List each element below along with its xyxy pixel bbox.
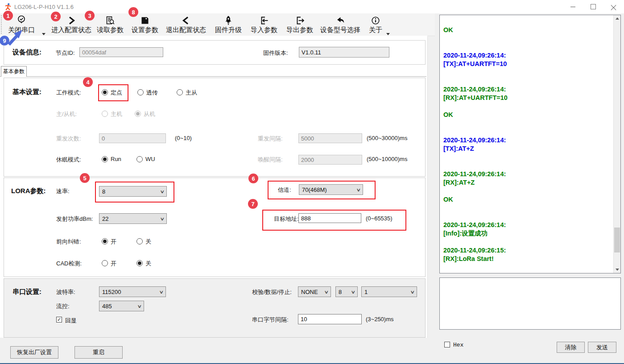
toolbar: 关闭串口 进入配置状态 读取参数 (0, 13, 435, 36)
target-addr-input[interactable] (298, 213, 361, 223)
log-scrollbar[interactable] (613, 15, 620, 273)
serial-settings-title: 串口设置: (12, 288, 41, 296)
app-window: LG206-L-P-H10 V1.1.6 关闭串口 进入配置状态 (0, 0, 624, 364)
device-info-title: 设备信息: (12, 48, 41, 57)
parity-value: NONE (301, 289, 318, 295)
toolbar-button-about[interactable]: 关于 (367, 14, 384, 35)
data-bits-dropdown[interactable]: 8 (335, 286, 358, 297)
stop-bits-dropdown[interactable]: 1 (361, 286, 417, 297)
toolbar-label: 退出配置状态 (163, 25, 209, 34)
toolbar-button-export-params[interactable]: 导出参数 (284, 14, 315, 35)
log-entry: OK (443, 26, 608, 34)
channel-value: 70(468M) (302, 186, 327, 193)
radio-work-mode-master-slave[interactable] (177, 89, 183, 95)
annotation-badge-6: 6 (248, 174, 258, 183)
radio-fec-off[interactable] (136, 238, 143, 244)
toolbar-button-set-params[interactable]: 设置参数 (129, 14, 161, 35)
flow-dropdown[interactable]: 485 (99, 301, 144, 311)
channel-dropdown[interactable]: 70(468M) (299, 184, 363, 195)
toolbar-label: 读取参数 (95, 25, 126, 34)
toolbar-button-device-model[interactable]: 设备型号选择 (318, 14, 363, 35)
fec-label: 前向纠错: (56, 238, 81, 246)
node-id-label: 节点ID: (56, 49, 75, 57)
export-arrow-icon (284, 14, 315, 25)
title-bar: LG206-L-P-H10 V1.1.6 (0, 0, 624, 13)
lora-params-title: LORA参数: (11, 187, 46, 195)
wake-interval-input (298, 155, 362, 165)
doc-magnifier-icon (95, 14, 126, 25)
factory-reset-button[interactable]: 恢复出厂设置 (10, 346, 58, 359)
about-dropdown-caret[interactable] (386, 33, 390, 35)
sleep-mode-label: 休眠模式: (56, 156, 81, 164)
node-id-input[interactable] (79, 47, 163, 57)
toolbar-label: 导入参数 (248, 25, 280, 34)
config-panel-scrollbar[interactable] (427, 37, 435, 338)
flow-value: 485 (102, 303, 112, 310)
port-dropdown-caret[interactable] (42, 33, 45, 35)
log-entry: 2020-11-24,09:26:14:[Info]:设置成功 (443, 221, 608, 238)
byte-interval-label: 串口字节间隔: (252, 316, 289, 324)
send-input[interactable] (439, 277, 621, 330)
toolbar-grip[interactable] (1, 15, 2, 34)
radio-cad-off[interactable] (136, 260, 143, 266)
log-area: OK2020-11-24,09:26:14:[TX]:AT+UARTFT=102… (443, 26, 608, 263)
resend-count-range: (0~10) (175, 135, 192, 141)
restart-button[interactable]: 重启 (74, 346, 123, 359)
hex-checkbox[interactable] (444, 342, 450, 347)
radio-work-mode-transparent[interactable] (137, 89, 144, 95)
radio-sleep-run-label: Run (111, 156, 121, 162)
radio-sleep-run[interactable] (102, 156, 108, 162)
toolbar-button-read-params[interactable]: 读取参数 (95, 14, 126, 35)
info-circle-icon (367, 14, 384, 25)
cad-label: CAD检测: (56, 260, 82, 268)
toolbar-button-import-params[interactable]: 导入参数 (248, 14, 280, 35)
minimize-button[interactable] (562, 0, 583, 13)
log-entry: OK (443, 195, 608, 204)
toolbar-label: 关于 (367, 25, 384, 34)
scroll-down-icon[interactable] (614, 266, 620, 273)
rate-value: 8 (102, 188, 105, 195)
tx-power-dropdown[interactable]: 22 (99, 213, 167, 224)
radio-work-mode-fixed[interactable] (102, 89, 108, 95)
radio-master (102, 111, 108, 117)
toolbar-button-exit-config[interactable]: 退出配置状态 (163, 14, 209, 35)
resend-count-input (99, 133, 166, 143)
firmware-input[interactable] (299, 47, 389, 58)
clear-button[interactable]: 清除 (557, 342, 585, 353)
maximize-button[interactable] (583, 0, 603, 13)
toolbar-label: 导出参数 (284, 25, 315, 34)
rate-dropdown[interactable]: 8 (99, 186, 167, 197)
work-mode-label: 工作模式: (56, 89, 81, 97)
resend-interval-range: (500~30000)ms (367, 135, 407, 141)
log-entry: 2020-11-24,09:26:14:[TX]:AT+UARTFT=10 (443, 51, 608, 68)
toolbar-button-firmware-upgrade[interactable]: 固件升级 (213, 14, 244, 35)
radio-work-mode-fixed-label: 定点 (111, 89, 122, 97)
log-scrollbar-thumb[interactable] (614, 228, 620, 252)
window-title: LG206-L-P-H10 V1.1.6 (14, 4, 74, 10)
echo-checkbox[interactable] (56, 317, 62, 323)
app-logo-icon (4, 3, 12, 11)
log-entry: 2020-11-24,09:26:15:[RX]:LoRa Start! (443, 246, 608, 263)
radio-fec-on[interactable] (102, 238, 108, 244)
log-entry: 2020-11-24,09:26:14:[TX]:AT+Z (443, 136, 608, 153)
baud-dropdown[interactable]: 115200 (99, 286, 166, 297)
tab-basic-params[interactable]: 基本参数 (1, 66, 27, 77)
target-addr-range: (0~65535) (366, 215, 393, 222)
echo-label: 回显 (65, 317, 77, 325)
wake-interval-range: (500~10000)ms (367, 156, 407, 162)
byte-interval-input[interactable] (298, 314, 362, 324)
annotation-badge-7: 7 (248, 199, 258, 209)
close-icon (611, 4, 616, 9)
radio-sleep-wu[interactable] (136, 156, 143, 162)
radio-master-label: 主机 (111, 110, 122, 118)
tx-power-label: 发射功率dBm: (56, 215, 93, 223)
close-button[interactable] (603, 0, 624, 13)
minimize-icon (570, 7, 575, 7)
radio-cad-on[interactable] (102, 260, 108, 266)
byte-interval-range: (3~250)ms (366, 316, 394, 323)
scroll-up-icon[interactable] (614, 15, 620, 22)
send-button[interactable]: 发送 (588, 342, 616, 353)
parity-dropdown[interactable]: NONE (298, 286, 331, 297)
rocket-icon (213, 14, 244, 25)
radio-slave-label: 从机 (144, 110, 155, 118)
